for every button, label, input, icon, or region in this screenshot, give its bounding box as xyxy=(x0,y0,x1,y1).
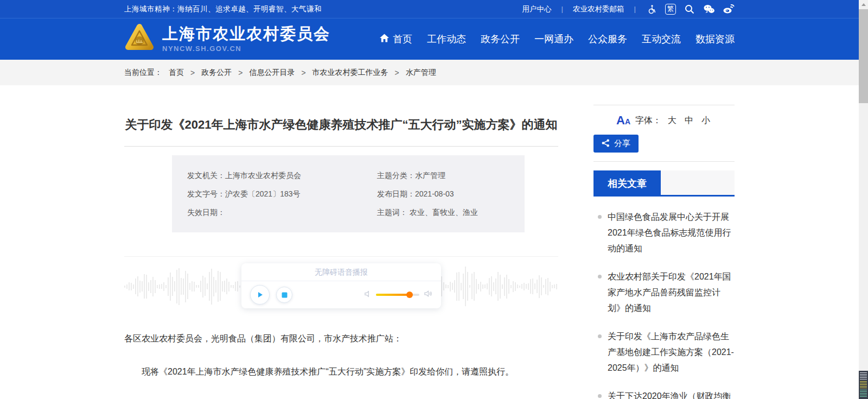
breadcrumb: 当前位置： 首页 > 政务公开 > 信息公开目录 > 市农业农村委工作业务 > … xyxy=(124,60,735,85)
site-title: 上海市农业农村委员会 xyxy=(162,26,330,43)
city-spirit-slogan: 上海城市精神：海纳百川、追求卓越、开明睿智、大气谦和 xyxy=(124,4,322,14)
breadcrumb-separator: > xyxy=(395,68,399,77)
breadcrumb-item-fishery-mgmt[interactable]: 水产管理 xyxy=(406,68,436,78)
volume-fill xyxy=(376,294,410,296)
font-size-large[interactable]: 大 xyxy=(668,115,676,126)
main-nav: 首页 工作动态 政务公开 一网通办 公众服务 互动交流 数据资源 xyxy=(380,33,735,46)
related-article-item[interactable]: 关于印发《上海市农产品绿色生产基地创建工作实施方案（2021-2025年）》的通… xyxy=(593,328,735,376)
volume-slider[interactable] xyxy=(376,294,419,296)
font-size-medium[interactable]: 中 xyxy=(685,115,693,126)
breadcrumb-bar: 当前位置： 首页 > 政务公开 > 信息公开目录 > 市农业农村委工作业务 > … xyxy=(0,60,859,85)
nav-item-interaction[interactable]: 互动交流 xyxy=(642,33,681,46)
font-size-small[interactable]: 小 xyxy=(701,115,710,126)
meta-publish-date: 发布日期：2021-08-03 xyxy=(377,185,525,203)
topbar-links: 用户中心 | 农业农村委邮箱 | 繁 xyxy=(522,3,735,15)
breadcrumb-item-committee-work[interactable]: 市农业农村委工作业务 xyxy=(312,68,388,78)
font-size-label: 字体： xyxy=(635,115,661,126)
meta-topic-category: 主题分类：水产管理 xyxy=(377,166,525,185)
main-content: 关于印发《2021年上海市水产绿色健康养殖技术推广“五大行动”实施方案》的通知 … xyxy=(124,85,735,399)
search-icon[interactable] xyxy=(684,3,695,15)
nav-item-data-resources[interactable]: 数据资源 xyxy=(695,33,735,46)
related-articles-tab: 相关文章 xyxy=(593,170,661,197)
stop-icon xyxy=(282,292,288,298)
related-article-item[interactable]: 中国绿色食品发展中心关于开展2021年绿色食品标志规范使用行动的通知 xyxy=(593,209,735,256)
article-title: 关于印发《2021年上海市水产绿色健康养殖技术推广“五大行动”实施方案》的通知 xyxy=(124,116,558,134)
separator: | xyxy=(561,5,563,13)
audio-player-controls xyxy=(241,281,441,308)
sidebar: AA 字体： 大 中 小 分享 相关文章 xyxy=(593,85,735,399)
bullet-icon xyxy=(598,275,602,278)
related-article-item[interactable]: 关于下达2020年渔业（财政均衡性转移支付）工作任务清单的通知 xyxy=(593,388,735,399)
wechat-icon[interactable] xyxy=(703,3,715,15)
article: 关于印发《2021年上海市水产绿色健康养殖技术推广“五大行动”实施方案》的通知 … xyxy=(124,85,558,399)
share-button[interactable]: 分享 xyxy=(593,135,639,153)
audio-player: 无障碍语音播报 xyxy=(241,263,441,308)
audio-reader-section: 无障碍语音播报 xyxy=(124,256,558,313)
nav-item-one-portal[interactable]: 一网通办 xyxy=(534,33,573,46)
mailbox-link[interactable]: 农业农村委邮箱 xyxy=(573,4,624,14)
bullet-icon xyxy=(598,215,602,219)
minimap-segment xyxy=(860,390,867,397)
meta-document-number: 发文字号：沪农委〔2021〕183号 xyxy=(187,185,377,203)
breadcrumb-separator: > xyxy=(301,68,305,77)
breadcrumb-item-info-catalog[interactable]: 信息公开目录 xyxy=(249,68,295,78)
page: 上海城市精神：海纳百川、追求卓越、开明睿智、大气谦和 用户中心 | 农业农村委邮… xyxy=(0,0,859,399)
nav-item-public-service[interactable]: 公众服务 xyxy=(588,33,627,46)
breadcrumb-item-home[interactable]: 首页 xyxy=(169,68,184,78)
related-articles-header: 相关文章 xyxy=(593,170,735,197)
sidebar-divider xyxy=(593,161,735,162)
site-brand[interactable]: 上海市农业农村委员会 NYNCW.SH.GOV.CN xyxy=(124,23,330,55)
article-paragraph: 各区农业农村委员会，光明食品（集团）有限公司，市水产技术推广站： xyxy=(124,331,558,346)
volume-up-icon[interactable] xyxy=(424,290,432,300)
nav-item-home[interactable]: 首页 xyxy=(380,33,412,46)
nav-item-gov-affairs[interactable]: 政务公开 xyxy=(481,33,520,46)
scrollbar-thumb[interactable] xyxy=(859,9,868,103)
minimap-segment xyxy=(860,381,867,389)
weibo-icon[interactable] xyxy=(723,3,735,15)
breadcrumb-separator: > xyxy=(238,68,242,77)
scrollbar[interactable] xyxy=(859,0,868,399)
top-utility-bar: 上海城市精神：海纳百川、追求卓越、开明睿智、大气谦和 用户中心 | 农业农村委邮… xyxy=(0,0,859,18)
document-meta-box: 发文机关：上海市农业农村委员会 发文字号：沪农委〔2021〕183号 失效日期：… xyxy=(172,155,525,232)
play-icon xyxy=(256,291,264,299)
audio-player-title: 无障碍语音播报 xyxy=(241,263,441,281)
nav-item-work-news[interactable]: 工作动态 xyxy=(427,33,466,46)
title-divider xyxy=(124,146,558,147)
breadcrumb-item-gov-affairs[interactable]: 政务公开 xyxy=(201,68,232,78)
breadcrumb-separator: > xyxy=(190,68,195,77)
volume-control xyxy=(364,290,432,300)
home-icon xyxy=(380,34,389,45)
site-domain: NYNCW.SH.GOV.CN xyxy=(162,45,330,53)
share-icon xyxy=(602,139,610,149)
separator: | xyxy=(634,5,636,13)
site-logo-icon xyxy=(124,23,155,55)
user-center-link[interactable]: 用户中心 xyxy=(522,4,551,14)
related-articles-list: 中国绿色食品发展中心关于开展2021年绿色食品标志规范使用行动的通知 农业农村部… xyxy=(593,209,735,399)
scrollbar-up-button[interactable] xyxy=(859,0,868,9)
font-size-tool: AA 字体： 大 中 小 xyxy=(593,105,735,134)
accessibility-icon[interactable] xyxy=(646,3,658,15)
breadcrumb-label: 当前位置： xyxy=(124,68,162,78)
volume-down-icon[interactable] xyxy=(364,290,371,300)
volume-handle[interactable] xyxy=(406,292,413,298)
play-button[interactable] xyxy=(250,285,270,305)
traditional-chinese-toggle[interactable]: 繁 xyxy=(665,4,676,15)
font-size-icon: AA xyxy=(616,115,630,126)
minimap-segment xyxy=(860,372,867,380)
meta-issuing-agency: 发文机关：上海市农业农村委员会 xyxy=(187,166,377,185)
stop-button[interactable] xyxy=(276,287,292,303)
meta-keywords: 主题词： 农业、畜牧业、渔业 xyxy=(377,203,525,221)
bullet-icon xyxy=(598,334,602,338)
meta-expiry-date: 失效日期： xyxy=(187,203,377,221)
bullet-icon xyxy=(598,394,602,398)
article-paragraph: 现将《2021年上海市水产绿色健康养殖技术推广“五大行动”实施方案》印发给你们，… xyxy=(124,364,558,379)
related-article-item[interactable]: 农业农村部关于印发《2021年国家产地水产品兽药残留监控计划》的通知 xyxy=(593,269,735,316)
scroll-minimap-badge xyxy=(859,371,868,399)
site-header: 上海市农业农村委员会 NYNCW.SH.GOV.CN 首页 工作动态 政务公开 … xyxy=(0,18,859,60)
scrollbar-up-arrow-icon xyxy=(861,3,866,6)
